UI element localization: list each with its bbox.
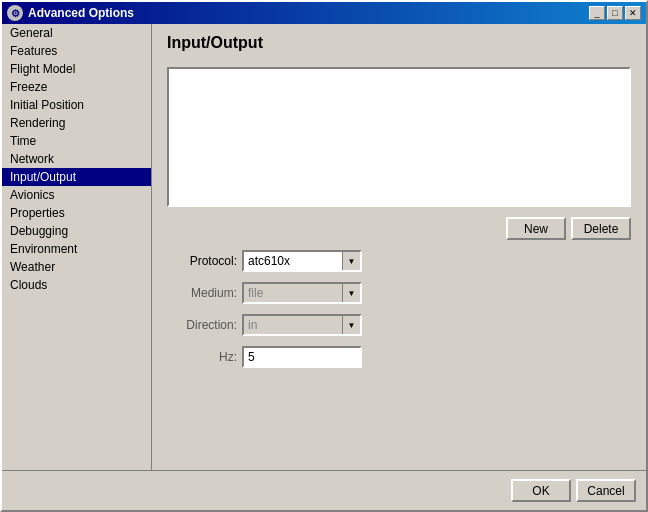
- protocol-value: atc610x: [244, 254, 342, 268]
- protocol-dropdown[interactable]: atc610x ▼: [242, 250, 362, 272]
- medium-label: Medium:: [167, 286, 237, 300]
- page-title: Input/Output: [167, 34, 631, 52]
- sidebar-item-flight-model[interactable]: Flight Model: [2, 60, 151, 78]
- sidebar-item-properties[interactable]: Properties: [2, 204, 151, 222]
- maximize-button[interactable]: □: [607, 6, 623, 20]
- sidebar-item-freeze[interactable]: Freeze: [2, 78, 151, 96]
- new-button[interactable]: New: [506, 217, 566, 240]
- direction-dropdown-arrow: ▼: [342, 316, 360, 334]
- sidebar-item-time[interactable]: Time: [2, 132, 151, 150]
- hz-input[interactable]: [242, 346, 362, 368]
- protocol-label: Protocol:: [167, 254, 237, 268]
- sidebar-item-weather[interactable]: Weather: [2, 258, 151, 276]
- title-bar-left: ⚙ Advanced Options: [7, 5, 134, 21]
- medium-dropdown-arrow: ▼: [342, 284, 360, 302]
- delete-button[interactable]: Delete: [571, 217, 631, 240]
- medium-dropdown: file ▼: [242, 282, 362, 304]
- app-icon: ⚙: [7, 5, 23, 21]
- ok-button[interactable]: OK: [511, 479, 571, 502]
- protocol-row: Protocol: atc610x ▼: [167, 250, 631, 272]
- title-controls: _ □ ✕: [589, 6, 641, 20]
- sidebar-item-debugging[interactable]: Debugging: [2, 222, 151, 240]
- sidebar-item-environment[interactable]: Environment: [2, 240, 151, 258]
- sidebar-item-general[interactable]: General: [2, 24, 151, 42]
- direction-label: Direction:: [167, 318, 237, 332]
- window: ⚙ Advanced Options _ □ ✕ General Feature…: [0, 0, 648, 512]
- action-button-row: New Delete: [167, 217, 631, 240]
- medium-value: file: [244, 286, 342, 300]
- hz-label: Hz:: [167, 350, 237, 364]
- main-content: Input/Output New Delete Protocol: atc610…: [152, 24, 646, 470]
- protocol-dropdown-arrow[interactable]: ▼: [342, 252, 360, 270]
- direction-row: Direction: in ▼: [167, 314, 631, 336]
- title-bar: ⚙ Advanced Options _ □ ✕: [2, 2, 646, 24]
- cancel-button[interactable]: Cancel: [576, 479, 636, 502]
- hz-row: Hz:: [167, 346, 631, 368]
- io-list-box[interactable]: [167, 67, 631, 207]
- sidebar: General Features Flight Model Freeze Ini…: [2, 24, 152, 470]
- window-body: General Features Flight Model Freeze Ini…: [2, 24, 646, 470]
- sidebar-item-input-output[interactable]: Input/Output: [2, 168, 151, 186]
- bottom-bar: OK Cancel: [2, 470, 646, 510]
- sidebar-item-initial-position[interactable]: Initial Position: [2, 96, 151, 114]
- medium-row: Medium: file ▼: [167, 282, 631, 304]
- direction-dropdown: in ▼: [242, 314, 362, 336]
- close-button[interactable]: ✕: [625, 6, 641, 20]
- sidebar-item-avionics[interactable]: Avionics: [2, 186, 151, 204]
- sidebar-item-rendering[interactable]: Rendering: [2, 114, 151, 132]
- direction-value: in: [244, 318, 342, 332]
- sidebar-item-network[interactable]: Network: [2, 150, 151, 168]
- sidebar-item-clouds[interactable]: Clouds: [2, 276, 151, 294]
- sidebar-item-features[interactable]: Features: [2, 42, 151, 60]
- minimize-button[interactable]: _: [589, 6, 605, 20]
- window-title: Advanced Options: [28, 6, 134, 20]
